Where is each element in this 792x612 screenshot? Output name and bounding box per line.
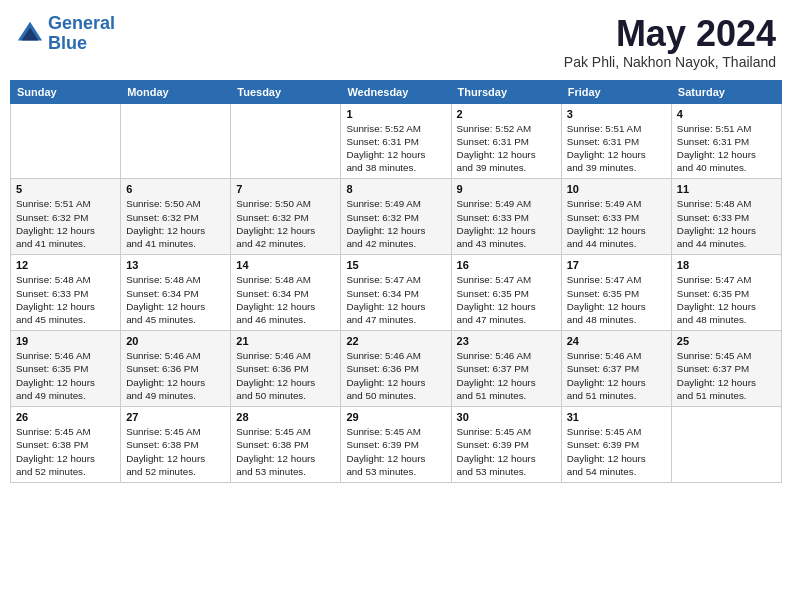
day-number: 28 [236, 411, 335, 423]
day-number: 3 [567, 108, 666, 120]
day-number: 2 [457, 108, 556, 120]
day-number: 1 [346, 108, 445, 120]
calendar-cell [11, 103, 121, 179]
calendar-cell: 26Sunrise: 5:45 AMSunset: 6:38 PMDayligh… [11, 407, 121, 483]
calendar-cell: 1Sunrise: 5:52 AMSunset: 6:31 PMDaylight… [341, 103, 451, 179]
calendar-table: SundayMondayTuesdayWednesdayThursdayFrid… [10, 80, 782, 483]
logo: General Blue [16, 14, 115, 54]
calendar-cell: 19Sunrise: 5:46 AMSunset: 6:35 PMDayligh… [11, 331, 121, 407]
day-info: Sunrise: 5:51 AMSunset: 6:32 PMDaylight:… [16, 197, 115, 250]
day-info: Sunrise: 5:48 AMSunset: 6:34 PMDaylight:… [236, 273, 335, 326]
calendar-cell: 4Sunrise: 5:51 AMSunset: 6:31 PMDaylight… [671, 103, 781, 179]
day-number: 6 [126, 183, 225, 195]
day-info: Sunrise: 5:45 AMSunset: 6:38 PMDaylight:… [236, 425, 335, 478]
day-number: 29 [346, 411, 445, 423]
day-info: Sunrise: 5:46 AMSunset: 6:37 PMDaylight:… [457, 349, 556, 402]
day-number: 15 [346, 259, 445, 271]
calendar-cell: 6Sunrise: 5:50 AMSunset: 6:32 PMDaylight… [121, 179, 231, 255]
month-title: May 2024 [564, 14, 776, 54]
calendar-cell: 28Sunrise: 5:45 AMSunset: 6:38 PMDayligh… [231, 407, 341, 483]
calendar-cell: 24Sunrise: 5:46 AMSunset: 6:37 PMDayligh… [561, 331, 671, 407]
weekday-header-cell: Wednesday [341, 80, 451, 103]
calendar-cell: 27Sunrise: 5:45 AMSunset: 6:38 PMDayligh… [121, 407, 231, 483]
weekday-header-cell: Friday [561, 80, 671, 103]
day-info: Sunrise: 5:50 AMSunset: 6:32 PMDaylight:… [126, 197, 225, 250]
day-info: Sunrise: 5:46 AMSunset: 6:36 PMDaylight:… [236, 349, 335, 402]
calendar-cell: 3Sunrise: 5:51 AMSunset: 6:31 PMDaylight… [561, 103, 671, 179]
weekday-header-cell: Tuesday [231, 80, 341, 103]
day-info: Sunrise: 5:45 AMSunset: 6:39 PMDaylight:… [567, 425, 666, 478]
calendar-header-row: SundayMondayTuesdayWednesdayThursdayFrid… [11, 80, 782, 103]
day-info: Sunrise: 5:47 AMSunset: 6:35 PMDaylight:… [677, 273, 776, 326]
calendar-cell: 12Sunrise: 5:48 AMSunset: 6:33 PMDayligh… [11, 255, 121, 331]
weekday-header-cell: Sunday [11, 80, 121, 103]
day-number: 25 [677, 335, 776, 347]
calendar-cell: 5Sunrise: 5:51 AMSunset: 6:32 PMDaylight… [11, 179, 121, 255]
day-info: Sunrise: 5:46 AMSunset: 6:36 PMDaylight:… [346, 349, 445, 402]
calendar-cell: 15Sunrise: 5:47 AMSunset: 6:34 PMDayligh… [341, 255, 451, 331]
calendar-cell [231, 103, 341, 179]
day-number: 26 [16, 411, 115, 423]
day-number: 30 [457, 411, 556, 423]
day-info: Sunrise: 5:51 AMSunset: 6:31 PMDaylight:… [677, 122, 776, 175]
day-info: Sunrise: 5:46 AMSunset: 6:35 PMDaylight:… [16, 349, 115, 402]
day-info: Sunrise: 5:45 AMSunset: 6:38 PMDaylight:… [16, 425, 115, 478]
weekday-header-cell: Thursday [451, 80, 561, 103]
calendar-cell: 16Sunrise: 5:47 AMSunset: 6:35 PMDayligh… [451, 255, 561, 331]
day-number: 31 [567, 411, 666, 423]
day-info: Sunrise: 5:52 AMSunset: 6:31 PMDaylight:… [457, 122, 556, 175]
day-info: Sunrise: 5:49 AMSunset: 6:33 PMDaylight:… [457, 197, 556, 250]
calendar-week-row: 1Sunrise: 5:52 AMSunset: 6:31 PMDaylight… [11, 103, 782, 179]
logo-text: General Blue [48, 14, 115, 54]
weekday-header-cell: Monday [121, 80, 231, 103]
title-block: May 2024 Pak Phli, Nakhon Nayok, Thailan… [564, 14, 776, 70]
calendar-cell: 17Sunrise: 5:47 AMSunset: 6:35 PMDayligh… [561, 255, 671, 331]
day-info: Sunrise: 5:48 AMSunset: 6:33 PMDaylight:… [16, 273, 115, 326]
calendar-cell: 8Sunrise: 5:49 AMSunset: 6:32 PMDaylight… [341, 179, 451, 255]
day-number: 5 [16, 183, 115, 195]
day-number: 7 [236, 183, 335, 195]
day-number: 19 [16, 335, 115, 347]
day-info: Sunrise: 5:46 AMSunset: 6:37 PMDaylight:… [567, 349, 666, 402]
day-number: 12 [16, 259, 115, 271]
day-number: 17 [567, 259, 666, 271]
page-header: General Blue May 2024 Pak Phli, Nakhon N… [10, 10, 782, 74]
calendar-cell: 25Sunrise: 5:45 AMSunset: 6:37 PMDayligh… [671, 331, 781, 407]
day-number: 14 [236, 259, 335, 271]
day-info: Sunrise: 5:45 AMSunset: 6:39 PMDaylight:… [346, 425, 445, 478]
day-info: Sunrise: 5:46 AMSunset: 6:36 PMDaylight:… [126, 349, 225, 402]
calendar-cell: 22Sunrise: 5:46 AMSunset: 6:36 PMDayligh… [341, 331, 451, 407]
day-info: Sunrise: 5:48 AMSunset: 6:34 PMDaylight:… [126, 273, 225, 326]
day-info: Sunrise: 5:51 AMSunset: 6:31 PMDaylight:… [567, 122, 666, 175]
day-info: Sunrise: 5:47 AMSunset: 6:35 PMDaylight:… [567, 273, 666, 326]
calendar-cell: 14Sunrise: 5:48 AMSunset: 6:34 PMDayligh… [231, 255, 341, 331]
calendar-week-row: 12Sunrise: 5:48 AMSunset: 6:33 PMDayligh… [11, 255, 782, 331]
calendar-cell: 23Sunrise: 5:46 AMSunset: 6:37 PMDayligh… [451, 331, 561, 407]
calendar-cell [121, 103, 231, 179]
calendar-cell: 31Sunrise: 5:45 AMSunset: 6:39 PMDayligh… [561, 407, 671, 483]
day-number: 4 [677, 108, 776, 120]
day-info: Sunrise: 5:47 AMSunset: 6:34 PMDaylight:… [346, 273, 445, 326]
day-info: Sunrise: 5:49 AMSunset: 6:32 PMDaylight:… [346, 197, 445, 250]
day-info: Sunrise: 5:50 AMSunset: 6:32 PMDaylight:… [236, 197, 335, 250]
day-number: 10 [567, 183, 666, 195]
day-info: Sunrise: 5:49 AMSunset: 6:33 PMDaylight:… [567, 197, 666, 250]
day-number: 22 [346, 335, 445, 347]
calendar-cell: 13Sunrise: 5:48 AMSunset: 6:34 PMDayligh… [121, 255, 231, 331]
day-number: 20 [126, 335, 225, 347]
weekday-header-cell: Saturday [671, 80, 781, 103]
day-info: Sunrise: 5:52 AMSunset: 6:31 PMDaylight:… [346, 122, 445, 175]
location: Pak Phli, Nakhon Nayok, Thailand [564, 54, 776, 70]
day-number: 13 [126, 259, 225, 271]
day-number: 16 [457, 259, 556, 271]
calendar-week-row: 26Sunrise: 5:45 AMSunset: 6:38 PMDayligh… [11, 407, 782, 483]
day-info: Sunrise: 5:47 AMSunset: 6:35 PMDaylight:… [457, 273, 556, 326]
calendar-cell: 9Sunrise: 5:49 AMSunset: 6:33 PMDaylight… [451, 179, 561, 255]
calendar-week-row: 19Sunrise: 5:46 AMSunset: 6:35 PMDayligh… [11, 331, 782, 407]
calendar-cell: 11Sunrise: 5:48 AMSunset: 6:33 PMDayligh… [671, 179, 781, 255]
calendar-cell: 10Sunrise: 5:49 AMSunset: 6:33 PMDayligh… [561, 179, 671, 255]
day-number: 9 [457, 183, 556, 195]
day-number: 18 [677, 259, 776, 271]
day-number: 21 [236, 335, 335, 347]
calendar-cell: 29Sunrise: 5:45 AMSunset: 6:39 PMDayligh… [341, 407, 451, 483]
